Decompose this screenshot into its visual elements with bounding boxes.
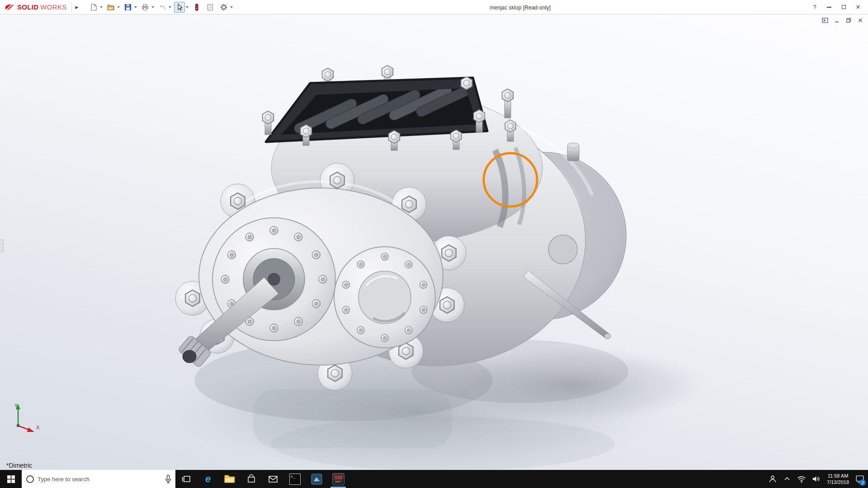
new-document-icon (90, 3, 98, 11)
mail-button[interactable] (262, 470, 284, 488)
doc-minimize-button[interactable] (832, 16, 842, 24)
title-area: menjac sklop [Read-only] (233, 3, 807, 11)
logo-text-works: WORKS (40, 3, 66, 11)
menu-flyout-button[interactable]: ▶ (71, 2, 82, 12)
doc-restore-icon (845, 17, 852, 23)
system-tray: 11:58 AM 7/13/2018 3 (766, 470, 868, 488)
chevron-up-icon (783, 475, 791, 483)
solidworks-window: SOLIDWORKS ▶ (0, 0, 868, 488)
solidworks-app-icon: SW 2017 (332, 473, 344, 485)
solidworks-logo: SOLIDWORKS (5, 3, 67, 11)
dock-window-icon (821, 17, 829, 23)
orientation-triad: Y X (12, 402, 42, 435)
options-gear-icon (220, 3, 228, 11)
options-button[interactable] (218, 2, 229, 13)
file-explorer-icon (224, 474, 236, 484)
microphone-icon (165, 474, 172, 483)
terminal-icon: >_ (289, 474, 301, 485)
wifi-icon (797, 474, 807, 484)
graphics-area[interactable]: Y X *Dimetric (0, 14, 868, 470)
dropdown-caret[interactable] (117, 6, 120, 8)
open-folder-icon (107, 3, 115, 11)
logo-text-solid: SOLID (17, 3, 38, 11)
action-center-button[interactable]: 3 (854, 470, 866, 488)
start-button[interactable] (0, 470, 22, 488)
volume-button[interactable] (810, 470, 822, 488)
clock-time: 11:58 AM (828, 473, 849, 479)
hidden-icons-button[interactable] (781, 470, 793, 488)
people-button[interactable] (766, 470, 779, 488)
doc-close-button[interactable] (855, 16, 865, 24)
volume-icon (811, 474, 821, 484)
terminal-button[interactable]: >_ (284, 470, 306, 488)
save-floppy-icon (124, 3, 132, 11)
new-document-button[interactable] (88, 2, 99, 13)
solidworks-taskbar-button[interactable]: SW 2017 (327, 470, 349, 488)
task-view-button[interactable] (175, 470, 197, 488)
select-cursor-icon (175, 3, 184, 11)
rebuild-icon (193, 3, 201, 11)
microphone-button[interactable] (165, 474, 172, 483)
edrawings-icon (311, 474, 322, 485)
dropdown-caret[interactable] (100, 6, 103, 8)
select-tool-button[interactable] (174, 2, 185, 13)
rebuild-button[interactable] (191, 2, 202, 13)
cortana-icon (26, 475, 34, 483)
save-button[interactable] (123, 2, 133, 13)
gearbox-model (0, 14, 868, 470)
view-orientation-label: *Dimetric (6, 462, 32, 469)
dropdown-caret[interactable] (151, 6, 154, 8)
bearing-cover (334, 247, 435, 348)
task-view-icon (181, 474, 192, 484)
taskbar-apps: e >_ (175, 470, 349, 488)
print-icon (141, 3, 149, 11)
store-icon (246, 474, 257, 484)
store-button[interactable] (241, 470, 262, 488)
undo-button[interactable] (157, 2, 168, 13)
document-window-controls (820, 16, 865, 24)
document-title: menjac sklop [Read-only] (490, 5, 551, 11)
undo-icon (158, 3, 166, 11)
doc-restore-button[interactable] (844, 16, 854, 24)
titlebar: SOLIDWORKS ▶ (0, 0, 868, 14)
dropdown-caret[interactable] (134, 6, 137, 8)
solidworks-logo-icon (5, 3, 15, 11)
search-input[interactable] (38, 476, 161, 483)
triad-y-label: Y (14, 403, 18, 408)
clock-date: 7/13/2018 (827, 479, 849, 485)
sheet-icon (206, 3, 214, 11)
doc-close-icon (857, 17, 863, 23)
maximize-icon (842, 5, 846, 9)
edge-button[interactable]: e (197, 470, 219, 488)
edge-icon: e (205, 474, 211, 484)
taskbar-clock[interactable]: 11:58 AM 7/13/2018 (824, 473, 852, 485)
taskbar-search[interactable] (22, 470, 175, 488)
doc-dock-button[interactable] (820, 16, 830, 24)
close-button[interactable]: × (851, 1, 865, 14)
network-button[interactable] (795, 470, 808, 488)
dropdown-caret[interactable] (169, 6, 171, 8)
help-button[interactable]: ? (807, 1, 822, 14)
taskbar: e >_ (0, 470, 868, 488)
sheet-properties-button[interactable] (205, 2, 216, 13)
open-button[interactable] (105, 2, 116, 13)
minimize-button[interactable] (822, 1, 836, 14)
dropdown-caret[interactable] (186, 6, 189, 8)
doc-minimize-icon (834, 17, 840, 23)
triad-x-label: X (36, 425, 40, 430)
quick-access-toolbar (88, 2, 233, 13)
edrawings-button[interactable] (306, 470, 327, 488)
file-explorer-button[interactable] (219, 470, 241, 488)
mail-icon (268, 474, 278, 484)
minimize-icon (827, 7, 831, 8)
notification-badge: 3 (859, 479, 866, 486)
panel-collapse-tab[interactable] (0, 239, 4, 252)
print-button[interactable] (140, 2, 151, 13)
maximize-button[interactable] (836, 1, 851, 14)
windows-logo-icon (7, 475, 15, 483)
people-icon (768, 474, 778, 484)
window-controls: ? × (807, 1, 865, 14)
